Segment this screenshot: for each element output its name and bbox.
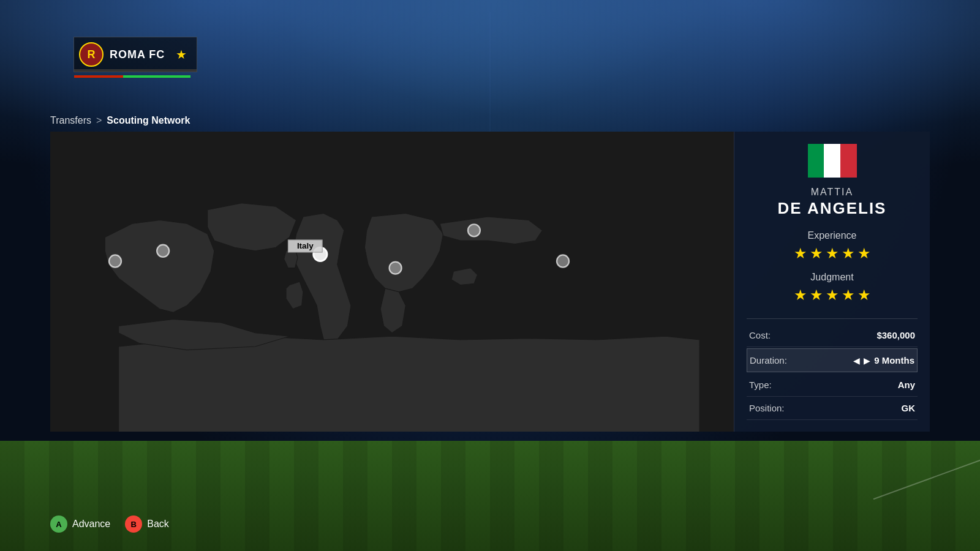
duration-label: Duration: [750, 355, 787, 365]
club-bar-green [123, 75, 190, 78]
breadcrumb-parent[interactable]: Transfers [50, 115, 91, 126]
main-content: SOUTHERN EUROPE Italy SERIE A TIM [50, 132, 930, 432]
map-dot-greece [390, 262, 402, 274]
map-svg-container: Italy [50, 132, 734, 432]
club-bar-red [74, 75, 123, 78]
scout-panel: MATTIA DE ANGELIS Experience ★ ★ ★ ★ ★ J… [734, 132, 930, 432]
position-value: GK [902, 403, 916, 413]
advance-button[interactable]: A Advance [50, 515, 110, 533]
type-label: Type: [749, 380, 772, 390]
duration-value: 9 Months [874, 355, 914, 365]
map-tooltip-italy: Italy [297, 241, 314, 250]
duration-controls[interactable]: ◀ ▶ 9 Months [853, 355, 914, 365]
a-button-icon: A [50, 515, 67, 533]
map-panel[interactable]: SOUTHERN EUROPE Italy SERIE A TIM [50, 132, 734, 432]
scout-last-name: DE ANGELIS [778, 199, 887, 218]
back-button[interactable]: B Back [125, 515, 169, 533]
scout-flag-green [808, 144, 824, 178]
club-logo: R [79, 42, 104, 67]
judgment-star-4: ★ [842, 287, 855, 304]
cost-value: $360,000 [876, 330, 915, 340]
scout-flag-white [824, 144, 840, 178]
club-progress-bar [74, 69, 197, 72]
judgment-star-3: ★ [826, 287, 839, 304]
judgment-label: Judgment [810, 272, 853, 283]
scout-position-row: Position: GK [747, 397, 918, 420]
judgment-star-5: ★ [858, 287, 871, 304]
field-ground [0, 441, 980, 551]
type-value: Any [898, 380, 915, 390]
scout-duration-row[interactable]: Duration: ◀ ▶ 9 Months [747, 348, 918, 372]
judgment-stars: ★ ★ ★ ★ ★ [794, 287, 871, 304]
experience-label: Experience [807, 230, 856, 241]
map-dot-turkey [468, 224, 480, 236]
scout-type-row: Type: Any [747, 373, 918, 397]
experience-star-4: ★ [842, 245, 855, 262]
club-header: R ROMA FC ★ [74, 37, 197, 72]
experience-star-3: ★ [826, 245, 839, 262]
b-button-icon: B [125, 515, 142, 533]
map-svg: Italy [50, 132, 734, 432]
map-dot-east [557, 255, 569, 267]
breadcrumb: Transfers > Scouting Network [50, 115, 190, 126]
cost-label: Cost: [749, 330, 771, 340]
duration-decrease-button[interactable]: ◀ [853, 356, 860, 365]
scout-cost-row: Cost: $360,000 [747, 324, 918, 347]
club-name: ROMA FC [110, 48, 165, 61]
scout-flag [808, 144, 857, 178]
breadcrumb-separator: > [96, 115, 102, 126]
experience-stars: ★ ★ ★ ★ ★ [794, 245, 871, 262]
experience-star-5: ★ [858, 245, 871, 262]
experience-star-1: ★ [794, 245, 807, 262]
map-dot-spain [157, 245, 169, 257]
club-star-icon: ★ [176, 47, 187, 62]
scout-flag-red [840, 144, 857, 178]
back-label: Back [147, 519, 169, 530]
duration-increase-button[interactable]: ▶ [864, 356, 870, 365]
judgment-star-1: ★ [794, 287, 807, 304]
panel-divider [747, 318, 918, 319]
breadcrumb-current: Scouting Network [107, 115, 190, 126]
position-label: Position: [749, 403, 785, 413]
advance-label: Advance [72, 519, 110, 530]
judgment-star-2: ★ [810, 287, 823, 304]
experience-star-2: ★ [810, 245, 823, 262]
map-dot-portugal [109, 255, 121, 267]
bottom-buttons: A Advance B Back [50, 515, 169, 533]
scout-first-name: MATTIA [811, 187, 853, 198]
